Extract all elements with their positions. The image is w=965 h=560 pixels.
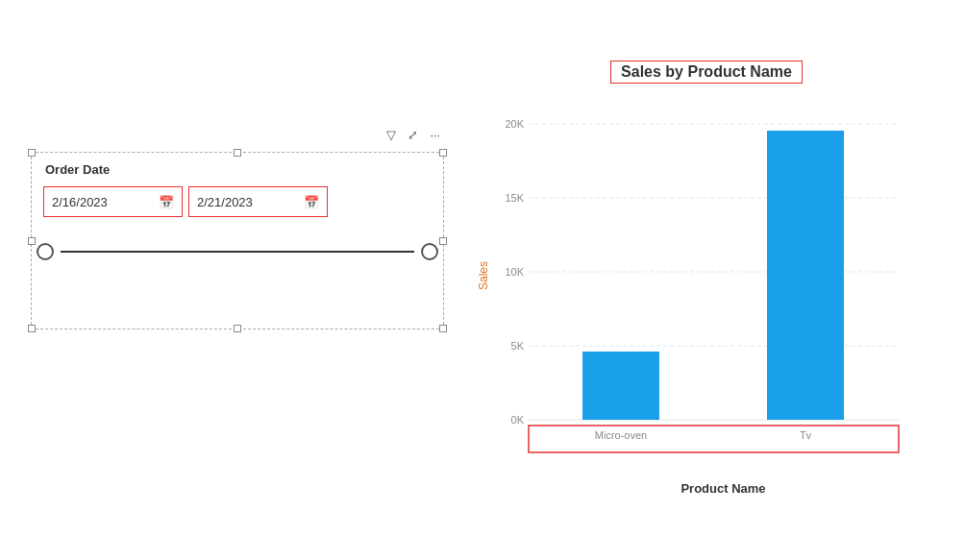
end-date-box[interactable]: 2/21/2023 📅: [188, 186, 328, 217]
chart-title-box: Sales by Product Name: [493, 61, 920, 84]
panel-toolbar: ▽ ⤢ ···: [384, 126, 443, 144]
svg-text:10K: 10K: [505, 266, 524, 278]
slider-thumb-right[interactable]: [421, 243, 438, 260]
filter-icon[interactable]: ▽: [384, 126, 399, 144]
svg-text:15K: 15K: [505, 192, 524, 204]
bar-chart-svg: 20K 15K 10K 5K 0K Sales Micro-oven Tv: [476, 103, 918, 516]
start-calendar-icon[interactable]: 📅: [159, 195, 174, 209]
resize-handle-bl[interactable]: [28, 325, 36, 332]
slider-thumb-left[interactable]: [37, 243, 54, 260]
svg-text:Sales: Sales: [477, 261, 490, 290]
xaxis-product-name-label: Product Name: [529, 479, 918, 497]
resize-handle-mr[interactable]: [439, 237, 447, 245]
svg-text:20K: 20K: [505, 118, 524, 130]
more-icon[interactable]: ···: [427, 126, 443, 144]
xaxis-highlight-box: [529, 426, 899, 452]
chart-title: Sales by Product Name: [610, 61, 803, 84]
resize-handle-tm[interactable]: [234, 149, 241, 157]
start-date-box[interactable]: 2/16/2023 📅: [43, 186, 183, 217]
filter-label: Order Date: [32, 153, 443, 183]
chart-area: Sales by Product Name 20K 15K 10K 5K 0K …: [476, 34, 937, 552]
xaxis-label-micro-oven: Micro-oven: [595, 429, 647, 441]
bar-tv[interactable]: [767, 131, 844, 420]
slider-track: [61, 251, 414, 253]
chart-svg-wrap: 20K 15K 10K 5K 0K Sales Micro-oven Tv P: [476, 103, 937, 552]
end-date-value: 2/21/2023: [197, 195, 298, 209]
bar-micro-oven[interactable]: [582, 352, 659, 420]
expand-icon[interactable]: ⤢: [405, 126, 421, 144]
resize-handle-ml[interactable]: [28, 237, 36, 245]
svg-text:0K: 0K: [511, 414, 525, 426]
resize-handle-tr[interactable]: [439, 149, 447, 157]
end-calendar-icon[interactable]: 📅: [304, 195, 319, 209]
svg-text:5K: 5K: [511, 340, 525, 352]
date-inputs: 2/16/2023 📅 2/21/2023 📅: [43, 186, 432, 217]
date-range-slider[interactable]: [45, 236, 430, 267]
resize-handle-br[interactable]: [439, 325, 447, 332]
resize-handle-tl[interactable]: [28, 149, 36, 157]
start-date-value: 2/16/2023: [52, 195, 153, 209]
xaxis-label-tv: Tv: [800, 429, 812, 441]
resize-handle-bm[interactable]: [234, 325, 241, 332]
slider-filled: [61, 251, 414, 253]
filter-panel: ▽ ⤢ ··· Order Date 2/16/2023 📅 2/21/2023…: [31, 152, 444, 329]
